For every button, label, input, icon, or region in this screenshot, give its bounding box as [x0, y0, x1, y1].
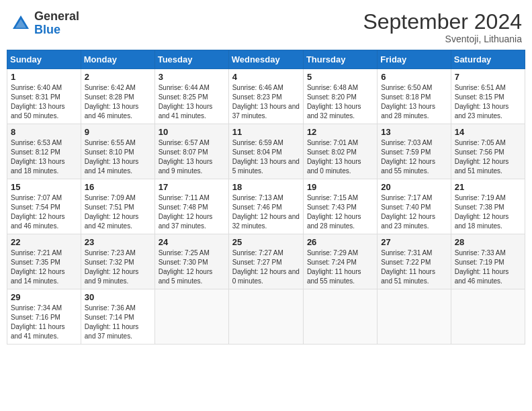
calendar-day-3: 3Sunrise: 6:44 AMSunset: 8:25 PMDaylight…: [154, 69, 228, 124]
calendar-day-27: 27Sunrise: 7:31 AMSunset: 7:22 PMDayligh…: [378, 234, 451, 289]
calendar-day-15: 15Sunrise: 7:07 AMSunset: 7:54 PMDayligh…: [7, 179, 81, 234]
calendar-day-20: 20Sunrise: 7:17 AMSunset: 7:40 PMDayligh…: [378, 179, 451, 234]
calendar-week-5: 29Sunrise: 7:34 AMSunset: 7:16 PMDayligh…: [7, 289, 525, 345]
day-info: Sunrise: 7:34 AMSunset: 7:16 PMDaylight:…: [11, 304, 77, 341]
calendar-week-3: 15Sunrise: 7:07 AMSunset: 7:54 PMDayligh…: [7, 179, 525, 234]
title-block: September 2024 Sventoji, Lithuania: [363, 10, 522, 44]
day-info: Sunrise: 7:07 AMSunset: 7:54 PMDaylight:…: [11, 193, 77, 231]
location-subtitle: Sventoji, Lithuania: [363, 34, 522, 44]
calendar-day-11: 11Sunrise: 6:59 AMSunset: 8:04 PMDayligh…: [228, 124, 303, 179]
day-number: 10: [159, 127, 225, 137]
calendar-day-25: 25Sunrise: 7:27 AMSunset: 7:27 PMDayligh…: [228, 234, 303, 289]
day-number: 19: [307, 182, 373, 192]
calendar-day-12: 12Sunrise: 7:01 AMSunset: 8:02 PMDayligh…: [303, 124, 377, 179]
day-info: Sunrise: 7:23 AMSunset: 7:32 PMDaylight:…: [85, 248, 151, 286]
header-sunday: Sunday: [7, 50, 81, 69]
day-number: 18: [232, 182, 300, 192]
calendar-day-2: 2Sunrise: 6:42 AMSunset: 8:28 PMDaylight…: [81, 69, 154, 124]
empty-cell: [378, 289, 451, 345]
day-number: 13: [381, 127, 447, 137]
day-number: 29: [11, 292, 77, 302]
calendar-week-1: 1Sunrise: 6:40 AMSunset: 8:31 PMDaylight…: [7, 69, 525, 124]
day-info: Sunrise: 7:36 AMSunset: 7:14 PMDaylight:…: [85, 304, 151, 341]
day-number: 20: [381, 182, 447, 192]
day-number: 9: [85, 127, 151, 137]
calendar-day-6: 6Sunrise: 6:50 AMSunset: 8:18 PMDaylight…: [378, 69, 451, 124]
day-number: 14: [455, 127, 521, 137]
header-saturday: Saturday: [451, 50, 525, 69]
calendar-day-18: 18Sunrise: 7:13 AMSunset: 7:46 PMDayligh…: [228, 179, 303, 234]
empty-cell: [154, 289, 228, 345]
month-title: September 2024: [363, 10, 522, 34]
header-friday: Friday: [378, 50, 451, 69]
day-info: Sunrise: 7:03 AMSunset: 7:59 PMDaylight:…: [381, 138, 447, 176]
day-number: 1: [11, 72, 77, 82]
day-info: Sunrise: 7:11 AMSunset: 7:48 PMDaylight:…: [159, 193, 225, 231]
calendar-day-29: 29Sunrise: 7:34 AMSunset: 7:16 PMDayligh…: [7, 289, 81, 345]
calendar-day-8: 8Sunrise: 6:53 AMSunset: 8:12 PMDaylight…: [7, 124, 81, 179]
calendar-day-14: 14Sunrise: 7:05 AMSunset: 7:56 PMDayligh…: [451, 124, 525, 179]
empty-cell: [451, 289, 525, 345]
day-info: Sunrise: 6:46 AMSunset: 8:23 PMDaylight:…: [232, 83, 300, 121]
day-info: Sunrise: 6:50 AMSunset: 8:18 PMDaylight:…: [381, 83, 447, 121]
calendar-day-24: 24Sunrise: 7:25 AMSunset: 7:30 PMDayligh…: [154, 234, 228, 289]
calendar-day-10: 10Sunrise: 6:57 AMSunset: 8:07 PMDayligh…: [154, 124, 228, 179]
day-info: Sunrise: 6:42 AMSunset: 8:28 PMDaylight:…: [85, 83, 151, 121]
day-info: Sunrise: 7:09 AMSunset: 7:51 PMDaylight:…: [85, 193, 151, 231]
day-info: Sunrise: 6:51 AMSunset: 8:15 PMDaylight:…: [455, 83, 521, 121]
calendar-day-22: 22Sunrise: 7:21 AMSunset: 7:35 PMDayligh…: [7, 234, 81, 289]
logo-text: General Blue: [34, 10, 79, 37]
calendar-day-17: 17Sunrise: 7:11 AMSunset: 7:48 PMDayligh…: [154, 179, 228, 234]
day-info: Sunrise: 6:44 AMSunset: 8:25 PMDaylight:…: [159, 83, 225, 121]
day-number: 7: [455, 72, 521, 82]
header-tuesday: Tuesday: [154, 50, 228, 69]
day-info: Sunrise: 6:53 AMSunset: 8:12 PMDaylight:…: [11, 138, 77, 176]
day-info: Sunrise: 7:01 AMSunset: 8:02 PMDaylight:…: [307, 138, 373, 176]
day-info: Sunrise: 6:55 AMSunset: 8:10 PMDaylight:…: [85, 138, 151, 176]
empty-cell: [303, 289, 377, 345]
day-number: 26: [307, 237, 373, 247]
day-number: 28: [455, 237, 521, 247]
day-info: Sunrise: 7:27 AMSunset: 7:27 PMDaylight:…: [232, 248, 300, 286]
day-number: 17: [159, 182, 225, 192]
calendar-day-1: 1Sunrise: 6:40 AMSunset: 8:31 PMDaylight…: [7, 69, 81, 124]
calendar-day-5: 5Sunrise: 6:48 AMSunset: 8:20 PMDaylight…: [303, 69, 377, 124]
day-info: Sunrise: 7:19 AMSunset: 7:38 PMDaylight:…: [455, 193, 521, 231]
day-number: 27: [381, 237, 447, 247]
header-monday: Monday: [81, 50, 154, 69]
day-info: Sunrise: 7:33 AMSunset: 7:19 PMDaylight:…: [455, 248, 521, 286]
calendar-week-2: 8Sunrise: 6:53 AMSunset: 8:12 PMDaylight…: [7, 124, 525, 179]
day-info: Sunrise: 6:59 AMSunset: 8:04 PMDaylight:…: [232, 138, 300, 176]
day-info: Sunrise: 7:15 AMSunset: 7:43 PMDaylight:…: [307, 193, 373, 231]
day-info: Sunrise: 7:31 AMSunset: 7:22 PMDaylight:…: [381, 248, 447, 286]
day-info: Sunrise: 7:29 AMSunset: 7:24 PMDaylight:…: [307, 248, 373, 286]
logo-blue: Blue: [34, 24, 79, 37]
day-number: 30: [85, 292, 151, 302]
calendar-day-21: 21Sunrise: 7:19 AMSunset: 7:38 PMDayligh…: [451, 179, 525, 234]
calendar-day-26: 26Sunrise: 7:29 AMSunset: 7:24 PMDayligh…: [303, 234, 377, 289]
day-number: 5: [307, 72, 373, 82]
day-info: Sunrise: 6:57 AMSunset: 8:07 PMDaylight:…: [159, 138, 225, 176]
day-number: 24: [159, 237, 225, 247]
calendar-day-4: 4Sunrise: 6:46 AMSunset: 8:23 PMDaylight…: [228, 69, 303, 124]
page-header: General Blue September 2024 Sventoji, Li…: [7, 7, 525, 44]
day-number: 8: [11, 127, 77, 137]
day-info: Sunrise: 6:48 AMSunset: 8:20 PMDaylight:…: [307, 83, 373, 121]
header-thursday: Thursday: [303, 50, 377, 69]
day-info: Sunrise: 6:40 AMSunset: 8:31 PMDaylight:…: [11, 83, 77, 121]
calendar-day-13: 13Sunrise: 7:03 AMSunset: 7:59 PMDayligh…: [378, 124, 451, 179]
calendar-day-9: 9Sunrise: 6:55 AMSunset: 8:10 PMDaylight…: [81, 124, 154, 179]
day-info: Sunrise: 7:25 AMSunset: 7:30 PMDaylight:…: [159, 248, 225, 286]
logo-general: General: [34, 10, 79, 24]
calendar-day-7: 7Sunrise: 6:51 AMSunset: 8:15 PMDaylight…: [451, 69, 525, 124]
empty-cell: [228, 289, 303, 345]
calendar-header-row: SundayMondayTuesdayWednesdayThursdayFrid…: [7, 50, 525, 69]
day-info: Sunrise: 7:13 AMSunset: 7:46 PMDaylight:…: [232, 193, 300, 231]
day-info: Sunrise: 7:17 AMSunset: 7:40 PMDaylight:…: [381, 193, 447, 231]
day-number: 4: [232, 72, 300, 82]
calendar-day-16: 16Sunrise: 7:09 AMSunset: 7:51 PMDayligh…: [81, 179, 154, 234]
logo: General Blue: [10, 10, 79, 37]
calendar-table: SundayMondayTuesdayWednesdayThursdayFrid…: [7, 50, 525, 345]
day-number: 23: [85, 237, 151, 247]
day-number: 12: [307, 127, 373, 137]
